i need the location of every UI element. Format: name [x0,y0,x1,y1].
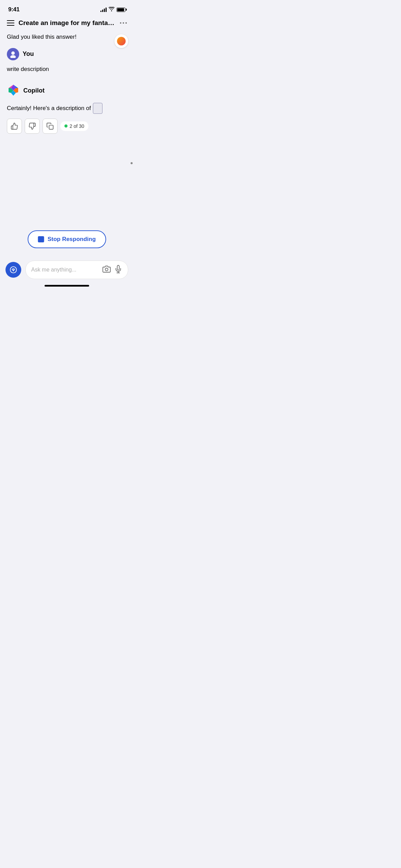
svg-point-1 [11,51,15,55]
header: Create an image for my fantasy ... [0,16,134,30]
new-chat-button[interactable] [5,262,21,278]
quota-badge: 2 of 30 [60,121,88,131]
svg-point-0 [117,37,125,45]
user-name: You [23,50,34,58]
status-bar: 9:41 [0,0,134,16]
home-indicator [45,285,89,287]
stop-responding-container: Stop Responding [28,230,106,248]
more-button[interactable] [120,22,127,24]
copilot-name: Copilot [23,87,45,94]
status-icons [100,7,125,13]
user-avatar [7,48,19,60]
copilot-avatar-top [114,34,128,48]
copilot-header-row: Copilot [7,84,127,98]
quota-dot [64,124,68,128]
scroll-indicator [131,162,133,164]
action-buttons-row: 2 of 30 [7,119,127,134]
chat-content: Glad you liked this answer! You write de… [0,30,134,134]
stop-responding-button[interactable]: Stop Responding [28,230,106,248]
camera-icon[interactable] [102,265,111,275]
mic-icon[interactable] [114,265,122,275]
quota-text: 2 of 30 [70,123,84,129]
thumbs-up-button[interactable] [7,119,22,134]
copilot-logo [7,84,20,98]
svg-rect-4 [49,125,53,129]
stop-label: Stop Responding [48,236,96,243]
user-header-row: You [7,48,127,60]
header-title: Create an image for my fantasy ... [19,19,116,27]
bottom-bar: Ask me anything... [0,257,134,289]
status-time: 9:41 [8,6,20,13]
copy-button[interactable] [42,119,58,134]
user-message: write description [7,64,127,84]
svg-point-8 [105,268,108,271]
svg-point-2 [10,55,16,58]
previous-message: Glad you liked this answer! [7,30,127,48]
wifi-icon [109,7,114,13]
copilot-message: Certainly! Here's a description of [7,101,127,119]
stop-icon [38,236,44,242]
menu-button[interactable] [7,20,14,26]
signal-icon [100,7,107,12]
inline-image [93,103,102,114]
battery-icon [117,8,125,12]
thumbs-down-button[interactable] [25,119,40,134]
input-placeholder: Ask me anything... [31,267,99,273]
input-container[interactable]: Ask me anything... [25,261,128,279]
